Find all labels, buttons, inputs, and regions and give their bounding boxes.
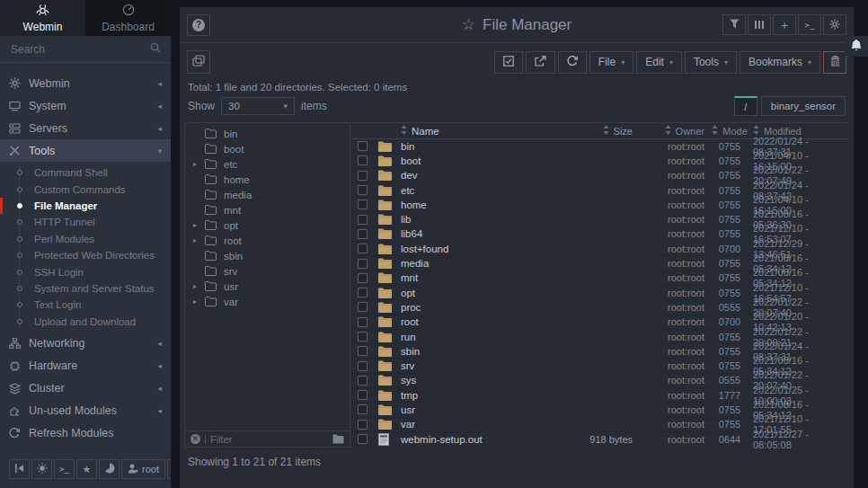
- row-checkbox[interactable]: [358, 215, 368, 225]
- sidebar-subitem-custom-commands[interactable]: Custom Commands: [0, 181, 171, 197]
- sidebar-subitem-command-shell[interactable]: Command Shell: [0, 164, 171, 181]
- column-header-name[interactable]: Name: [401, 125, 569, 137]
- tools-menu-button[interactable]: Tools ▾: [685, 51, 737, 74]
- sidebar-subitem-system-and-server-status[interactable]: System and Server Status: [0, 280, 171, 297]
- tree-filter-input[interactable]: [210, 434, 328, 445]
- caret-right-icon[interactable]: ▸: [193, 160, 205, 168]
- row-checkbox[interactable]: [358, 317, 368, 327]
- columns-view-button[interactable]: [748, 14, 771, 35]
- sidebar-item-un-used-modules[interactable]: Un-used Modules◂: [0, 400, 171, 422]
- current-user-button[interactable]: root: [121, 459, 165, 479]
- tree-dir-home[interactable]: home: [185, 172, 350, 187]
- row-checkbox[interactable]: [358, 273, 368, 283]
- row-checkbox[interactable]: [358, 361, 368, 371]
- file-name-link[interactable]: sbin: [401, 346, 420, 357]
- row-checkbox[interactable]: [358, 141, 368, 151]
- sidebar-item-refresh-modules[interactable]: Refresh Modules: [0, 422, 171, 445]
- trash-button[interactable]: [823, 51, 846, 74]
- sidebar-subitem-perl-modules[interactable]: Perl Modules: [0, 231, 171, 247]
- sidebar-item-servers[interactable]: Servers◂: [0, 117, 171, 139]
- row-checkbox[interactable]: [358, 244, 368, 253]
- row-checkbox[interactable]: [358, 200, 368, 209]
- row-checkbox[interactable]: [358, 434, 368, 444]
- sidebar-item-system[interactable]: System◂: [0, 94, 171, 117]
- file-name-link[interactable]: dev: [401, 170, 418, 181]
- file-name-link[interactable]: lost+found: [401, 244, 448, 254]
- new-tab-button[interactable]: +: [773, 14, 796, 35]
- page-size-select[interactable]: 30 ▾: [221, 97, 295, 115]
- sidebar-item-hardware[interactable]: Hardware◂: [0, 355, 171, 377]
- file-name-link[interactable]: sys: [401, 375, 416, 386]
- row-checkbox[interactable]: [358, 404, 368, 414]
- shell-button[interactable]: >_: [798, 14, 821, 35]
- tree-dir-bin[interactable]: bin: [185, 126, 350, 141]
- row-checkbox[interactable]: [358, 229, 368, 239]
- select-all-button[interactable]: [494, 51, 523, 74]
- file-name-link[interactable]: srv: [401, 360, 414, 371]
- file-name-link[interactable]: mnt: [401, 272, 418, 283]
- help-button[interactable]: ?: [187, 14, 210, 36]
- file-name-link[interactable]: webmin-setup.out: [401, 434, 483, 445]
- bookmarks-menu-button[interactable]: Bookmarks ▾: [740, 51, 820, 74]
- tree-dir-media[interactable]: media: [185, 187, 350, 202]
- sidebar-item-cluster[interactable]: Cluster◂: [0, 377, 171, 400]
- file-row-webmin-setup-out[interactable]: webmin-setup.out918 bytesroot:root064420…: [352, 432, 848, 447]
- tree-dir-boot[interactable]: boot: [185, 141, 350, 156]
- file-name-link[interactable]: tmp: [401, 390, 418, 401]
- path-segment[interactable]: binary_sensor: [761, 96, 846, 116]
- folder-jump-button[interactable]: [332, 434, 344, 444]
- caret-right-icon[interactable]: ▸: [193, 282, 205, 290]
- terminal-button[interactable]: >_: [54, 459, 75, 479]
- file-name-link[interactable]: bin: [401, 141, 414, 152]
- sidebar-item-tools[interactable]: Tools▾: [0, 139, 171, 162]
- row-checkbox[interactable]: [358, 155, 368, 165]
- caret-right-icon[interactable]: ▸: [193, 236, 205, 244]
- paste-export-button[interactable]: [526, 51, 555, 74]
- tab-webmin[interactable]: Webmin: [0, 0, 85, 36]
- row-checkbox[interactable]: [358, 302, 368, 312]
- file-name-link[interactable]: usr: [401, 404, 415, 415]
- sidebar-subitem-protected-web-directories[interactable]: Protected Web Directories: [0, 247, 171, 263]
- file-name-link[interactable]: boot: [401, 155, 421, 166]
- caret-right-icon[interactable]: ▸: [193, 221, 205, 229]
- row-checkbox[interactable]: [358, 288, 368, 297]
- favorites-button[interactable]: ★: [76, 459, 97, 479]
- language-theme-button[interactable]: [99, 459, 120, 479]
- file-name-link[interactable]: run: [401, 332, 416, 342]
- file-name-link[interactable]: root: [401, 316, 419, 327]
- clear-filter-icon[interactable]: ✕: [190, 434, 200, 444]
- row-checkbox[interactable]: [358, 390, 368, 400]
- sidebar-subitem-text-login[interactable]: Text Login: [0, 297, 171, 313]
- row-checkbox[interactable]: [358, 332, 368, 342]
- row-checkbox[interactable]: [358, 420, 368, 430]
- sidebar-subitem-upload-and-download[interactable]: Upload and Download: [0, 314, 171, 330]
- root-path-button[interactable]: /: [734, 96, 757, 116]
- file-name-link[interactable]: media: [401, 258, 429, 269]
- tree-dir-sbin[interactable]: sbin: [185, 248, 350, 263]
- tab-dashboard[interactable]: Dashboard: [85, 0, 171, 36]
- theme-toggle-button[interactable]: [31, 459, 52, 479]
- column-header-mode[interactable]: Mode: [708, 125, 751, 137]
- file-name-link[interactable]: lib: [401, 214, 412, 225]
- file-name-link[interactable]: lib64: [401, 228, 422, 239]
- tree-dir-root[interactable]: ▸root: [185, 233, 350, 248]
- sidebar-subitem-http-tunnel[interactable]: HTTP Tunnel: [0, 214, 171, 230]
- tree-dir-opt[interactable]: ▸opt: [185, 217, 350, 233]
- file-name-link[interactable]: home: [401, 200, 427, 210]
- file-menu-button[interactable]: File ▾: [589, 51, 633, 74]
- tree-dir-mnt[interactable]: mnt: [185, 202, 350, 217]
- file-name-link[interactable]: opt: [401, 288, 415, 298]
- collapse-sidebar-button[interactable]: [9, 459, 30, 479]
- row-checkbox[interactable]: [358, 185, 368, 195]
- sidebar-subitem-file-manager[interactable]: File Manager: [0, 198, 171, 214]
- row-checkbox[interactable]: [358, 376, 368, 386]
- sidebar-subitem-ssh-login[interactable]: SSH Login: [0, 263, 171, 279]
- tree-dir-etc[interactable]: ▸etc: [185, 156, 350, 172]
- column-header-size[interactable]: Size: [569, 125, 636, 137]
- file-name-link[interactable]: etc: [401, 185, 414, 196]
- refresh-button[interactable]: [558, 51, 587, 74]
- caret-right-icon[interactable]: ▸: [193, 297, 205, 306]
- sidebar-item-webmin[interactable]: Webmin◂: [0, 72, 171, 94]
- favorite-star-icon[interactable]: ☆: [462, 15, 475, 34]
- edit-menu-button[interactable]: Edit ▾: [636, 51, 682, 74]
